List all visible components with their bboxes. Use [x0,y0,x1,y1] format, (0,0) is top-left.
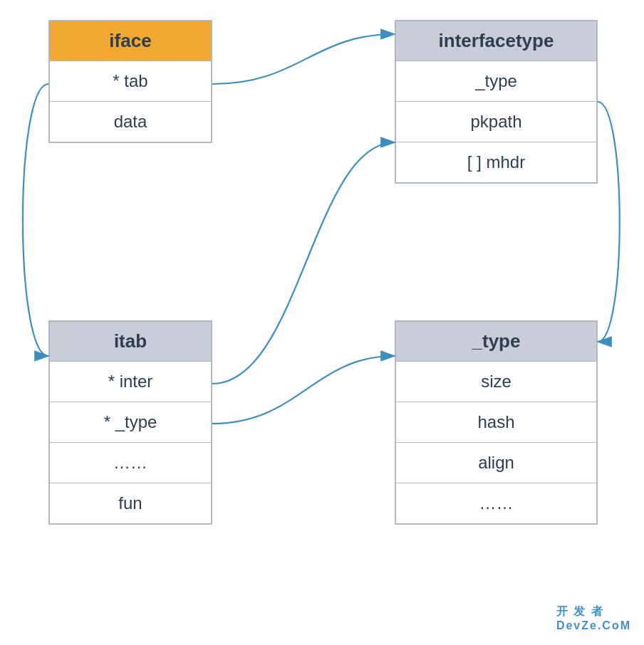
itab-field-inter: * inter [50,361,211,402]
watermark: 开 发 者DevZe.CoM [556,604,631,632]
itab-field-dots: …… [50,442,211,483]
interfacetype-box: interfacetype _type pkpath [ ] mhdr [395,20,598,184]
type-field-size: size [396,361,596,402]
iface-field-tab: * tab [50,61,211,101]
itab-title: itab [50,322,211,361]
itab-field-type: * _type [50,402,211,442]
diagram-container: iface * tab data interfacetype _type pkp… [0,0,644,645]
type-field-align: align [396,442,596,483]
type-title: _type [396,322,596,361]
iface-field-data: data [50,101,211,142]
interfacetype-field-mhdr: [ ] mhdr [396,142,596,182]
iface-box: iface * tab data [48,20,212,143]
interfacetype-field-pkpath: pkpath [396,101,596,142]
iface-title: iface [50,21,211,61]
type-box: _type size hash align …… [395,320,598,525]
type-field-dots: …… [396,483,596,523]
type-field-hash: hash [396,402,596,442]
interfacetype-field-type: _type [396,61,596,101]
itab-box: itab * inter * _type …… fun [48,320,212,525]
interfacetype-title: interfacetype [396,21,596,61]
itab-field-fun: fun [50,483,211,523]
